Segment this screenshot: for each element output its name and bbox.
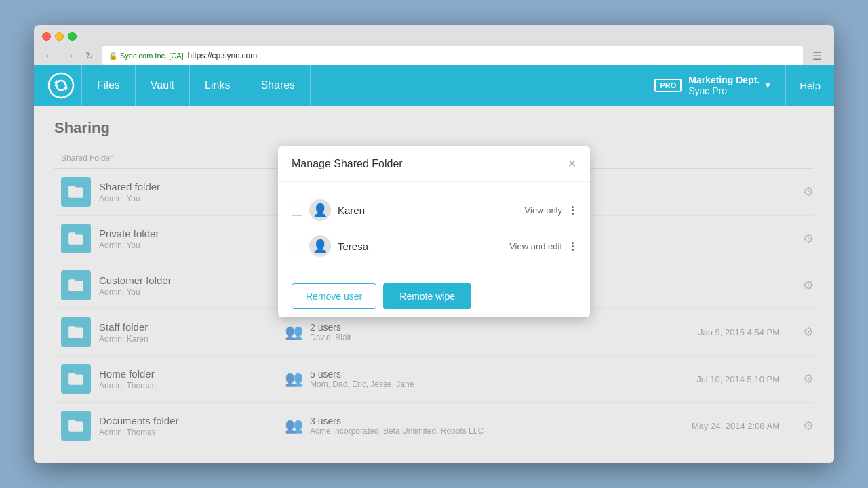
users-icon: 👥 — [285, 323, 303, 341]
nav-files[interactable]: Files — [81, 65, 136, 106]
secure-badge: 🔒 Sync.com Inc. [CA] — [108, 52, 184, 60]
folder-admin: Admin: Thomas — [99, 381, 156, 390]
gear-icon[interactable]: ⚙ — [803, 279, 814, 292]
gear-icon[interactable]: ⚙ — [803, 419, 814, 432]
refresh-button[interactable]: ↻ — [83, 49, 96, 62]
action-cell: ⚙ — [780, 418, 814, 433]
folder-cell: Documents folder Admin: Thomas — [54, 411, 285, 441]
folder-admin: Admin: You — [99, 241, 159, 250]
users-names: Acme Incorporated, Beta Unlimited, Robot… — [310, 426, 484, 436]
folder-icon — [61, 177, 91, 207]
page-content: Sharing Shared Folder Users Shared folde… — [34, 106, 834, 463]
remove-user-button[interactable]: Remove user — [292, 283, 376, 309]
nav-links: Files Vault Links Shares — [81, 65, 654, 106]
folder-admin: Admin: Thomas — [99, 428, 179, 437]
modal-header: Manage Shared Folder ✕ — [278, 146, 590, 182]
folder-name: Customer folder — [99, 274, 172, 286]
nav-vault[interactable]: Vault — [136, 65, 190, 106]
address-bar[interactable]: 🔒 Sync.com Inc. [CA] https://cp.sync.com — [102, 46, 803, 65]
user-menu-button[interactable] — [569, 205, 576, 216]
folder-cell: Customer folder Admin: You — [54, 270, 285, 300]
manage-folder-modal: Manage Shared Folder ✕ 👤 Karen View only… — [278, 146, 590, 317]
folder-icon — [61, 317, 91, 347]
table-row: Documents folder Admin: Thomas 👥 3 users… — [54, 403, 814, 449]
dot — [572, 209, 574, 211]
folder-cell: Staff folder Admin: Karen — [54, 317, 285, 347]
close-button[interactable] — [42, 32, 51, 41]
folder-name: Private folder — [99, 228, 159, 239]
users-icon: 👥 — [285, 370, 303, 388]
date-cell: May 24, 2014 2:08 AM — [644, 421, 780, 431]
pro-badge: PRO — [654, 79, 682, 92]
forward-button[interactable]: → — [62, 49, 77, 62]
modal-user-row: 👤 Karen View only — [292, 192, 576, 228]
lock-icon: 🔒 — [108, 52, 118, 60]
nav-shares[interactable]: Shares — [245, 65, 311, 106]
nav-links-item[interactable]: Links — [190, 65, 245, 106]
date-cell: Jul 10, 2014 5:10 PM — [644, 374, 780, 384]
users-cell: 👥 3 users Acme Incorporated, Beta Unlimi… — [285, 415, 644, 436]
browser-window: ← → ↻ 🔒 Sync.com Inc. [CA] https://cp.sy… — [34, 25, 834, 463]
modal-body: 👤 Karen View only 👤 Teresa View and edit — [278, 182, 590, 275]
gear-icon[interactable]: ⚙ — [803, 185, 814, 199]
dot — [572, 249, 574, 251]
user-avatar-icon: 👤 — [313, 239, 328, 253]
page-title: Sharing — [54, 119, 814, 137]
action-cell: ⚙ — [780, 184, 814, 199]
gear-icon[interactable]: ⚙ — [803, 232, 814, 245]
folder-admin: Admin: You — [99, 194, 160, 203]
user-menu-button[interactable] — [569, 241, 576, 252]
users-icon: 👥 — [285, 417, 303, 434]
address-bar-row: ← → ↻ 🔒 Sync.com Inc. [CA] https://cp.sy… — [42, 46, 826, 65]
action-cell: ⚙ — [780, 231, 814, 246]
col-header-folder: Shared Folder — [54, 153, 285, 163]
user-name: Teresa — [338, 241, 502, 252]
maximize-button[interactable] — [68, 32, 77, 41]
folder-cell: Private folder Admin: You — [54, 224, 285, 253]
folder-name: Documents folder — [99, 415, 179, 426]
user-permission: View only — [525, 205, 562, 216]
modal-close-button[interactable]: ✕ — [568, 157, 576, 170]
folder-name: Staff folder — [99, 321, 149, 333]
dot — [572, 213, 574, 215]
folder-name: Shared folder — [99, 181, 160, 192]
traffic-lights — [42, 32, 826, 41]
folder-icon — [61, 270, 91, 300]
folder-info: Private folder Admin: You — [99, 228, 159, 250]
folder-info: Shared folder Admin: You — [99, 181, 160, 203]
action-cell: ⚙ — [780, 278, 814, 293]
folder-info: Documents folder Admin: Thomas — [99, 415, 179, 437]
user-avatar: 👤 — [309, 235, 331, 257]
gear-icon[interactable]: ⚙ — [803, 372, 814, 386]
dot — [572, 245, 574, 247]
account-dropdown-icon[interactable]: ▼ — [764, 81, 772, 90]
back-button[interactable]: ← — [42, 49, 57, 62]
users-cell: 👥 5 users Mom, Dad, Eric, Jesse, Jane — [285, 369, 644, 389]
user-checkbox[interactable] — [292, 205, 302, 216]
table-row: Home folder Admin: Thomas 👥 5 users Mom,… — [54, 356, 814, 403]
folder-admin: Admin: You — [99, 287, 172, 297]
folder-icon — [61, 411, 91, 441]
user-avatar-icon: 👤 — [313, 203, 328, 218]
browser-menu-button[interactable]: ☰ — [808, 48, 826, 64]
remote-wipe-button[interactable]: Remote wipe — [383, 283, 471, 309]
gear-icon[interactable]: ⚙ — [803, 325, 814, 339]
folder-cell: Shared folder Admin: You — [54, 177, 285, 207]
user-checkbox[interactable] — [292, 241, 302, 251]
users-count: 2 users — [310, 322, 351, 333]
url-text: https://cp.sync.com — [188, 51, 258, 60]
account-name: Marketing Dept. — [688, 75, 760, 85]
help-link[interactable]: Help — [785, 65, 821, 106]
account-info[interactable]: Marketing Dept. Sync Pro — [688, 75, 760, 96]
dot — [572, 206, 574, 208]
users-info: 2 users David, Blair — [310, 322, 351, 342]
user-name: Karen — [338, 205, 518, 216]
modal-user-row: 👤 Teresa View and edit — [292, 228, 576, 264]
action-cell: ⚙ — [780, 371, 814, 386]
browser-chrome: ← → ↻ 🔒 Sync.com Inc. [CA] https://cp.sy… — [34, 25, 834, 65]
nav-right: PRO Marketing Dept. Sync Pro ▼ Help — [654, 65, 821, 106]
minimize-button[interactable] — [55, 32, 64, 41]
action-cell: ⚙ — [780, 325, 814, 340]
users-info: 3 users Acme Incorporated, Beta Unlimite… — [310, 415, 484, 436]
account-plan: Sync Pro — [688, 85, 760, 96]
